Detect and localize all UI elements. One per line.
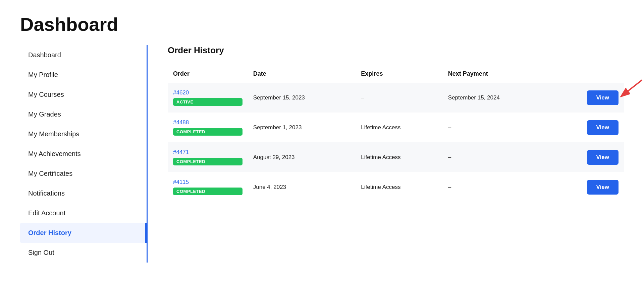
- sidebar-item-my-achievements[interactable]: My Achievements: [20, 144, 147, 164]
- action-cell: View: [550, 142, 624, 172]
- date-cell: September 1, 2023: [248, 113, 356, 142]
- next-payment-cell: –: [443, 113, 551, 142]
- col-header-date: Date: [248, 66, 356, 83]
- button-wrapper: View: [587, 90, 619, 105]
- order-link[interactable]: #4620: [173, 89, 243, 96]
- expires-cell: Lifetime Access: [356, 172, 442, 202]
- view-button[interactable]: View: [587, 180, 619, 195]
- view-button[interactable]: View: [587, 150, 619, 165]
- expires-cell: Lifetime Access: [356, 142, 442, 172]
- next-payment-cell: –: [443, 172, 551, 202]
- next-payment-cell: –: [443, 142, 551, 172]
- status-badge: COMPLETED: [173, 188, 243, 195]
- table-header-row: OrderDateExpiresNext Payment: [168, 66, 624, 83]
- order-table: OrderDateExpiresNext Payment #4620ACTIVE…: [168, 66, 624, 202]
- order-cell: #4620ACTIVE: [168, 83, 248, 113]
- sidebar-item-my-certificates[interactable]: My Certificates: [20, 164, 147, 184]
- status-badge: ACTIVE: [173, 98, 243, 106]
- order-table-body: #4620ACTIVESeptember 15, 2023–September …: [168, 83, 624, 202]
- date-cell: August 29, 2023: [248, 142, 356, 172]
- table-row: #4471COMPLETEDAugust 29, 2023Lifetime Ac…: [168, 142, 624, 172]
- sidebar-item-my-profile[interactable]: My Profile: [20, 65, 147, 85]
- expires-cell: –: [356, 83, 442, 113]
- order-cell: #4471COMPLETED: [168, 142, 248, 172]
- date-cell: June 4, 2023: [248, 172, 356, 202]
- table-row: #4488COMPLETEDSeptember 1, 2023Lifetime …: [168, 113, 624, 142]
- sidebar-item-notifications[interactable]: Notifications: [20, 184, 147, 203]
- page-wrapper: Dashboard DashboardMy ProfileMy CoursesM…: [0, 0, 644, 276]
- button-wrapper: View: [587, 180, 619, 195]
- content-area: DashboardMy ProfileMy CoursesMy GradesMy…: [20, 45, 624, 263]
- expires-cell: Lifetime Access: [356, 113, 442, 142]
- sidebar-item-my-grades[interactable]: My Grades: [20, 104, 147, 124]
- order-link[interactable]: #4115: [173, 179, 243, 186]
- sidebar-item-edit-account[interactable]: Edit Account: [20, 203, 147, 223]
- button-wrapper: View: [587, 150, 619, 165]
- order-link[interactable]: #4488: [173, 119, 243, 126]
- action-cell: View: [550, 113, 624, 142]
- view-button[interactable]: View: [587, 120, 619, 135]
- sidebar-item-order-history[interactable]: Order History: [20, 223, 147, 243]
- status-badge: COMPLETED: [173, 158, 243, 165]
- page-title: Dashboard: [20, 13, 624, 35]
- sidebar-item-my-memberships[interactable]: My Memberships: [20, 124, 147, 144]
- sidebar-item-sign-out[interactable]: Sign Out: [20, 243, 147, 263]
- action-cell: View: [550, 172, 624, 202]
- col-header-action: [550, 66, 624, 83]
- col-header-order: Order: [168, 66, 248, 83]
- table-row: #4115COMPLETEDJune 4, 2023Lifetime Acces…: [168, 172, 624, 202]
- action-cell: View: [550, 83, 624, 113]
- status-badge: COMPLETED: [173, 128, 243, 136]
- button-wrapper: View: [587, 120, 619, 135]
- sidebar-item-my-courses[interactable]: My Courses: [20, 85, 147, 104]
- table-row: #4620ACTIVESeptember 15, 2023–September …: [168, 83, 624, 113]
- main-content: Order History OrderDateExpiresNext Payme…: [168, 45, 624, 263]
- section-title: Order History: [168, 45, 624, 56]
- date-cell: September 15, 2023: [248, 83, 356, 113]
- order-link[interactable]: #4471: [173, 149, 243, 156]
- order-cell: #4488COMPLETED: [168, 113, 248, 142]
- svg-line-1: [622, 80, 642, 96]
- view-button[interactable]: View: [587, 90, 619, 105]
- next-payment-cell: September 15, 2024: [443, 83, 551, 113]
- sidebar-item-dashboard[interactable]: Dashboard: [20, 45, 147, 65]
- order-cell: #4115COMPLETED: [168, 172, 248, 202]
- sidebar: DashboardMy ProfileMy CoursesMy GradesMy…: [20, 45, 148, 263]
- col-header-expires: Expires: [356, 66, 442, 83]
- col-header-next_payment: Next Payment: [443, 66, 551, 83]
